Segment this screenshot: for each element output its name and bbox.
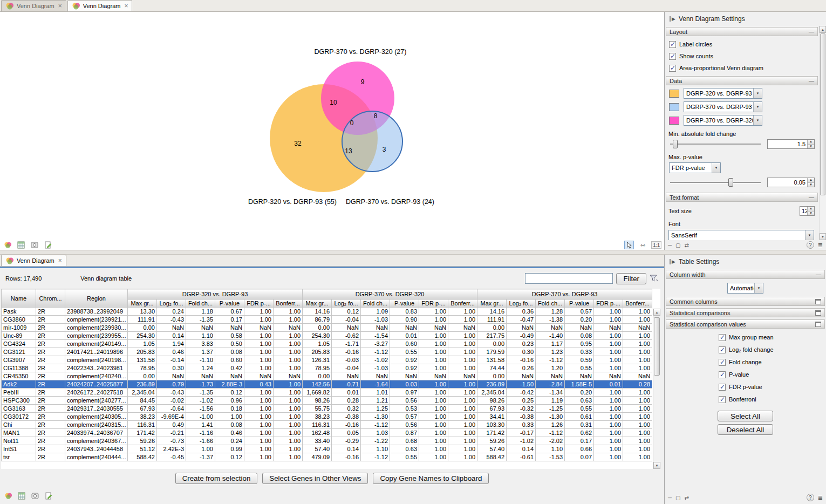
float-panel-icon[interactable]: ▢ [675,242,680,248]
select-genes-other-views-button[interactable]: Select Genes in Other Views [262,473,368,484]
column-header[interactable]: Fold ch... [186,299,215,308]
checkbox-fdr-p-value[interactable]: FDR p-value [719,383,826,391]
column-header-region[interactable]: Region [65,289,128,308]
column-header[interactable]: FDR p-... [244,299,274,308]
column-header[interactable]: Log₂ fo... [157,299,186,308]
color-swatch-blue[interactable] [669,103,679,111]
element-info-icon[interactable] [44,492,53,500]
scroll-down-icon[interactable]: ▼ [653,462,660,469]
table-row[interactable]: mir-10092Rcomplement(239930...0.00NaNNaN… [2,324,652,332]
column-header[interactable]: Log₂ fo... [507,299,536,308]
filter-options-icon[interactable] [649,274,659,283]
scrollbar-thumb[interactable] [654,317,660,376]
column-header[interactable]: Bonferr... [448,299,477,308]
checkbox-show-counts[interactable]: Show counts [669,52,819,60]
fit-width-icon[interactable]: ⇿ [638,241,647,249]
checkbox-area-proportional[interactable]: Area-proportional Venn diagram [669,64,819,72]
table-view-icon[interactable] [17,492,26,500]
table-row[interactable]: MAN12R24033974..24036707171.42-0.21-1.16… [2,429,652,437]
data-group-header[interactable]: Data — [666,76,818,85]
table-row[interactable]: Unc-892Rcomplement(239955...254.300.141.… [2,332,652,340]
close-icon[interactable]: × [58,258,62,263]
max-p-value-input[interactable]: 0.05 ▲▼ [767,178,815,187]
collapse-icon[interactable]: — [816,271,821,277]
group-header-3[interactable]: DGRP-370 vs. DGRP-93 [477,289,652,299]
collapse-icon[interactable]: — [809,78,814,84]
selection-tool-icon[interactable] [624,241,634,249]
spinner-buttons[interactable]: ▲▼ [807,140,814,148]
column-header[interactable]: FDR p-... [594,299,623,308]
table-row[interactable]: CG113882R24022343..2402398178.950.301.24… [2,364,652,372]
help-icon[interactable]: ? [807,494,814,501]
expand-section-icon[interactable] [815,322,821,327]
table-row[interactable]: CG301722Rcomplement(240305...38.23-9.69E… [2,413,652,421]
checkbox-label-circles[interactable]: Label circles [669,40,819,48]
table-row[interactable]: Not112Rcomplement(240367...59.26-0.73-1.… [2,437,652,445]
table-row[interactable]: CG43242Rcomplement(240149...1.051.943.83… [2,340,652,348]
column-header[interactable]: P-value [390,299,419,308]
tab-venn-diagram-2[interactable]: Venn Diagram × [67,0,133,11]
table-row[interactable]: Chi2Rcomplement(240315...116.310.491.410… [2,421,652,429]
collapse-icon[interactable]: — [809,29,814,35]
venn-view-icon[interactable] [3,492,13,500]
select-all-button[interactable]: Select All [718,411,773,421]
scroll-down-icon[interactable]: ▼ [820,233,826,240]
table-row[interactable]: IntS12R24037943..2404445851.122.42E-31.0… [2,445,652,453]
table-row[interactable]: tsr2Rcomplement(240444...588.42-0.45-1.3… [2,453,652,461]
column-header[interactable]: Max gr... [128,299,157,308]
column-header[interactable]: Log₂ fo... [332,299,361,308]
checkbox-bonferroni[interactable]: Bonferroni [719,396,826,403]
group-header-1[interactable]: DGRP-320 vs. DGRP-93 [128,289,303,299]
expand-section-icon[interactable] [815,299,821,304]
layout-group-header[interactable]: Layout — [666,27,818,36]
table-row[interactable]: Pask2R23988738..2399204913.300.241.180.6… [2,308,652,316]
filter-input[interactable] [525,273,613,284]
text-size-input[interactable]: 12 ▲▼ [800,206,815,216]
column-width-group-header[interactable]: Column width — [666,270,825,279]
minimize-panel-icon[interactable]: ─ [668,495,672,501]
panel-menu-icon[interactable]: ≣ [818,242,823,249]
copy-gene-names-button[interactable]: Copy Gene Names to Clipboard [373,473,489,484]
column-header[interactable]: Fold ch... [361,299,390,308]
statistical-comparisons-header[interactable]: Statistical comparisons [666,308,825,317]
close-icon[interactable]: × [124,3,128,9]
options-view-icon[interactable] [30,492,40,500]
column-header[interactable]: P-value [215,299,244,308]
tab-venn-diagram-table[interactable]: Venn Diagram × [1,255,66,266]
column-width-combo[interactable]: Automatic ▼ [727,283,763,294]
checkbox-p-value[interactable]: P-value [719,371,826,378]
table-row[interactable]: CR453502Rcomplement(240240...0.00NaNNaNN… [2,372,652,380]
column-header[interactable]: Bonferr... [274,299,303,308]
table-row[interactable]: Adk22R24024207..24025877236.89-0.79-1.73… [2,380,652,389]
checkbox-fold-change[interactable]: Fold change [719,358,826,366]
data-combo-1[interactable]: DGRP-320 vs. DGRP-93 ▼ [684,88,762,99]
table-row[interactable]: CG31632R24029317..2403055567.93-0.64-1.5… [2,405,652,413]
deselect-all-button[interactable]: Deselect All [718,424,773,435]
zoom-100-icon[interactable]: 1:1 [651,241,661,249]
max-p-value-slider[interactable] [669,178,762,187]
panel-menu-icon[interactable]: ≣ [818,494,823,501]
scroll-up-icon[interactable]: ▲ [653,309,660,316]
spinner-buttons[interactable]: ▲▼ [807,207,814,215]
spinner-buttons[interactable]: ▲▼ [807,178,814,187]
table-row[interactable]: CG39072Rcomplement(240198...131.58-0.14-… [2,356,652,364]
table-row[interactable]: HSPC3002Rcomplement(240277...84.45-0.02-… [2,397,652,405]
group-header-2[interactable]: DGRP-370 vs. DGRP-320 [303,289,477,299]
options-view-icon[interactable] [30,241,39,249]
table-row[interactable]: PebIII2R24026172..240275182,345.04-0.43-… [2,389,652,397]
column-header-chromosome[interactable]: Chrom... [36,289,65,308]
pane-splitter[interactable] [0,250,826,255]
checkbox-log2-fold-change[interactable]: Log₂ fold change [719,346,826,353]
tab-venn-diagram-1[interactable]: Venn Diagram × [1,0,66,11]
table-view-icon[interactable] [16,241,26,249]
dock-panel-icon[interactable]: ⇄ [685,242,689,248]
minimize-panel-icon[interactable]: ─ [668,242,672,248]
table-row[interactable]: CG38602Rcomplement(239921...111.91-0.43-… [2,316,652,324]
column-header-name[interactable]: Name [2,289,36,308]
data-combo-2[interactable]: DGRP-370 vs. DGRP-93 ▼ [684,101,762,112]
dock-panel-icon[interactable]: ⇄ [685,495,689,501]
text-format-group-header[interactable]: Text format — [666,193,818,202]
p-value-type-combo[interactable]: FDR p-value ▼ [669,162,721,173]
column-header[interactable]: Max gr... [477,299,507,308]
min-fold-change-slider[interactable] [669,139,762,149]
